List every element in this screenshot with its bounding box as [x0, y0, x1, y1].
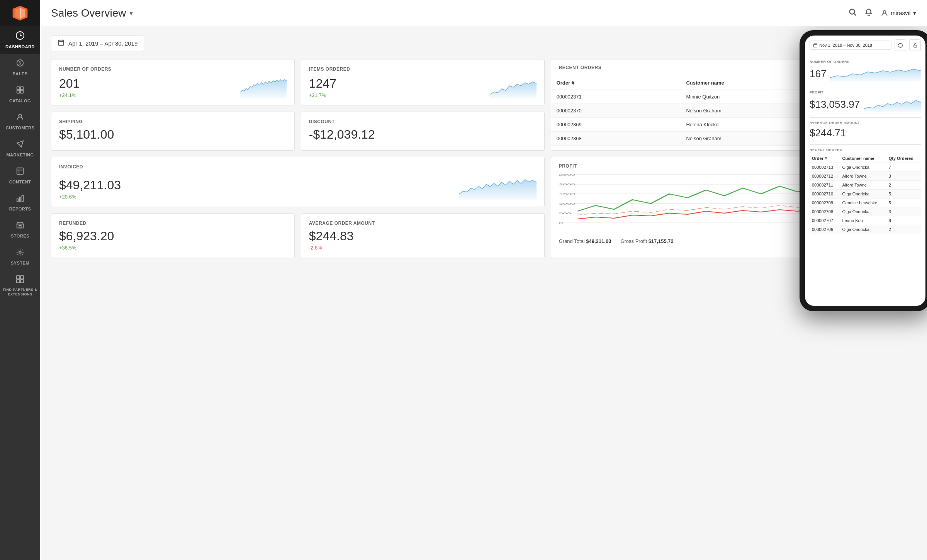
sidebar: DASHBOARD $ SALES CATALOG — [0, 0, 40, 560]
svg-rect-16 — [19, 197, 21, 201]
card-value: $49,211.03 — [59, 178, 459, 192]
date-range-picker[interactable]: Apr 1, 2019 – Apr 30, 2019 — [51, 36, 144, 51]
card-label: AVERAGE ORDER AMOUNT — [309, 221, 537, 226]
sidebar-item-sales[interactable]: $ SALES — [0, 54, 40, 81]
stores-icon — [16, 221, 24, 232]
mobile-table-row[interactable]: 000002713 Olga Ondricka 7 — [810, 163, 921, 172]
orders-sparkline — [240, 75, 287, 98]
card-label: INVOICED — [59, 164, 537, 170]
svg-text:1000: 1000 — [559, 202, 575, 205]
svg-rect-15 — [17, 199, 19, 201]
sidebar-item-reports[interactable]: REPORTS — [0, 189, 40, 216]
title-dropdown-arrow[interactable]: ▾ — [129, 9, 133, 17]
mobile-table-row[interactable]: 000002709 Candice Leuschke 5 — [810, 199, 921, 207]
order-number: 000002710 — [810, 190, 840, 199]
svg-rect-20 — [17, 276, 20, 279]
card-label: REFUNDED — [59, 221, 287, 226]
customer-name: Alford Towne — [840, 181, 886, 190]
user-menu[interactable]: mirasvit ▾ — [881, 9, 916, 17]
content-area: Apr 1, 2019 – Apr 30, 2019 NUMBER OF ORD… — [40, 26, 927, 560]
sidebar-item-label: FIND PARTNERS & EXTENSIONS — [2, 288, 39, 297]
mobile-lock-button[interactable] — [909, 39, 921, 51]
mobile-table-row[interactable]: 000002712 Alford Towne 3 — [810, 172, 921, 181]
calendar-icon — [58, 39, 65, 48]
svg-text:0: 0 — [559, 221, 563, 225]
card-discount: DISCOUNT -$12,039.12 — [301, 112, 545, 151]
qty-ordered: 9 — [886, 216, 921, 225]
card-invoiced: INVOICED $49,211.03 +20.6% — [51, 157, 545, 207]
search-icon[interactable] — [848, 8, 857, 19]
mobile-device-overlay: Nov 1, 2018 – Nov 30, 2018 NUMBER OF ORD… — [800, 30, 927, 311]
svg-rect-17 — [22, 195, 24, 202]
sidebar-item-system[interactable]: SYSTEM — [0, 243, 40, 270]
svg-point-19 — [19, 251, 21, 253]
sidebar-item-label: STORES — [11, 234, 29, 238]
customer-name: Olga Ondricka — [840, 225, 886, 234]
svg-rect-9 — [17, 90, 20, 93]
gross-profit-label: Gross Profit $17,155.72 — [620, 238, 673, 244]
order-number: 000002712 — [810, 172, 840, 181]
mobile-table-row[interactable]: 000002706 Olga Ondricka 2 — [810, 225, 921, 234]
order-number: 000002709 — [810, 199, 840, 207]
mobile-section-orders: NUMBER OF ORDERS 167 — [810, 60, 921, 81]
svg-rect-8 — [20, 87, 23, 90]
order-number: 000002708 — [810, 207, 840, 216]
sidebar-item-stores[interactable]: STORES — [0, 216, 40, 243]
mobile-table-row[interactable]: 000002711 Alford Towne 2 — [810, 181, 921, 190]
sidebar-logo — [0, 0, 40, 26]
svg-text:2000: 2000 — [559, 183, 575, 186]
card-change: +20.6% — [59, 194, 459, 200]
card-average-order: AVERAGE ORDER AMOUNT $244.83 -2.8% — [301, 213, 545, 258]
sales-icon: $ — [16, 59, 24, 70]
mobile-section-profit: PROFIT $13,053.97 — [810, 90, 921, 112]
svg-text:$: $ — [19, 61, 21, 65]
notification-bell-icon[interactable] — [864, 8, 873, 19]
sidebar-item-marketing[interactable]: MARKETING — [0, 135, 40, 162]
svg-point-11 — [19, 114, 21, 117]
content-icon — [16, 167, 24, 178]
sidebar-item-label: SALES — [12, 71, 27, 76]
main-area: Sales Overview ▾ mira — [40, 0, 927, 560]
mobile-col-qty: Qty Ordered — [886, 154, 921, 163]
extensions-icon — [16, 275, 24, 286]
mobile-table-row[interactable]: 000002710 Olga Ondricka 5 — [810, 190, 921, 199]
mobile-header: Nov 1, 2018 – Nov 30, 2018 — [805, 36, 925, 55]
mobile-section-recent-orders: RECENT ORDERS Order # Customer name Qty … — [810, 148, 921, 234]
qty-ordered: 3 — [886, 172, 921, 181]
mobile-table-row[interactable]: 000002707 Leann Kub 9 — [810, 216, 921, 225]
sidebar-item-customers[interactable]: CUSTOMERS — [0, 108, 40, 135]
sidebar-item-extensions[interactable]: FIND PARTNERS & EXTENSIONS — [0, 270, 40, 303]
mobile-section-label: RECENT ORDERS — [810, 148, 921, 152]
marketing-icon — [16, 140, 24, 151]
customers-icon — [16, 113, 24, 124]
sidebar-item-content[interactable]: CONTENT — [0, 162, 40, 189]
reports-icon — [16, 194, 24, 205]
dashboard-grid: NUMBER OF ORDERS 201 +24.1% — [51, 59, 916, 258]
card-change: +21.7% — [309, 92, 490, 98]
order-number: 000002713 — [810, 163, 840, 172]
mobile-section-label: PROFIT — [810, 90, 921, 94]
sidebar-item-catalog[interactable]: CATALOG — [0, 81, 40, 108]
order-number: 000002711 — [810, 181, 840, 190]
mobile-date-picker[interactable]: Nov 1, 2018 – Nov 30, 2018 — [810, 41, 891, 50]
customer-name: Leann Kub — [840, 216, 886, 225]
mobile-refresh-button[interactable] — [895, 39, 906, 51]
customer-name: Olga Ondricka — [840, 163, 886, 172]
card-shipping: SHIPPING $5,101.00 — [51, 112, 295, 151]
sidebar-item-dashboard[interactable]: DASHBOARD — [0, 26, 40, 54]
card-value: $6,923.20 — [59, 229, 287, 243]
svg-line-25 — [854, 14, 856, 15]
qty-ordered: 2 — [886, 225, 921, 234]
header: Sales Overview ▾ mira — [40, 0, 927, 26]
svg-rect-43 — [814, 44, 817, 47]
system-icon — [16, 248, 24, 259]
order-number: 000002707 — [810, 216, 840, 225]
mobile-section-label: NUMBER OF ORDERS — [810, 60, 921, 64]
qty-ordered: 3 — [886, 207, 921, 216]
qty-ordered: 5 — [886, 199, 921, 207]
user-name: mirasvit — [891, 10, 911, 16]
svg-rect-27 — [58, 40, 64, 46]
date-range-label: Apr 1, 2019 – Apr 30, 2019 — [68, 40, 138, 47]
mobile-table-row[interactable]: 000002708 Olga Ondricka 3 — [810, 207, 921, 216]
qty-ordered: 7 — [886, 163, 921, 172]
